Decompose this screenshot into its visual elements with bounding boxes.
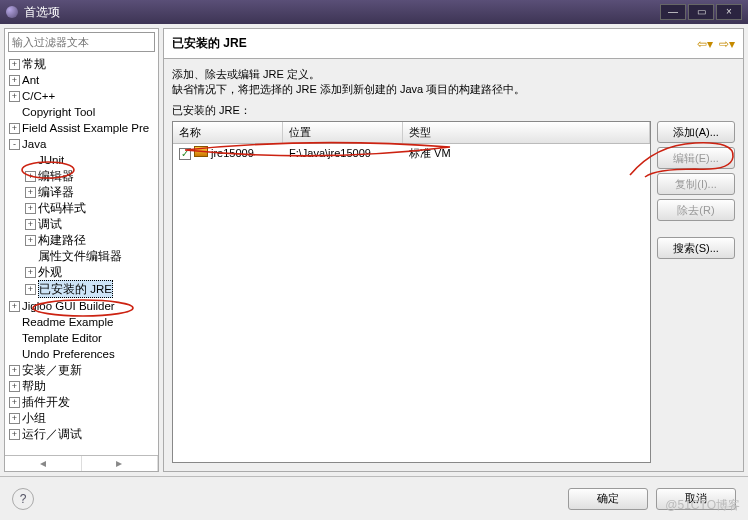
tree-item[interactable]: 属性文件编辑器 [5, 248, 158, 264]
tree-item-label: 安装／更新 [22, 362, 82, 378]
expand-icon[interactable]: + [9, 381, 20, 392]
page-title: 已安装的 JRE [172, 35, 247, 52]
tree-item[interactable]: +帮助 [5, 378, 158, 394]
tree-item[interactable]: +已安装的 JRE [5, 280, 158, 298]
expand-icon[interactable]: + [25, 284, 36, 295]
tree-item-label: Field Assist Example Pre [22, 120, 149, 136]
tree-item-label: Java [22, 136, 46, 152]
tree-item-label: Copyright Tool [22, 104, 95, 120]
window-title: 首选项 [24, 4, 60, 21]
tree-item-label: 编辑器 [38, 168, 74, 184]
table-row[interactable]: ✓jre15009F:\Java\jre15009标准 VM [173, 144, 650, 162]
tree-item[interactable]: +代码样式 [5, 200, 158, 216]
search-button[interactable]: 搜索(S)... [657, 237, 735, 259]
page-header: 已安装的 JRE ⇦▾ ⇨▾ [163, 28, 744, 59]
tree-item-label: 常规 [22, 56, 46, 72]
tree-item[interactable]: -Java [5, 136, 158, 152]
nav-forward-icon[interactable]: ⇨▾ [719, 37, 735, 51]
expand-icon[interactable]: + [9, 397, 20, 408]
expand-icon[interactable]: + [9, 429, 20, 440]
expand-icon[interactable]: + [9, 413, 20, 424]
checkbox-icon[interactable]: ✓ [179, 148, 191, 160]
add-button[interactable]: 添加(A)... [657, 121, 735, 143]
ok-button[interactable]: 确定 [568, 488, 648, 510]
expand-icon[interactable]: + [9, 365, 20, 376]
preferences-tree[interactable]: +常规+Ant+C/C++Copyright Tool+Field Assist… [5, 55, 158, 455]
tree-item[interactable]: +Field Assist Example Pre [5, 120, 158, 136]
maximize-button[interactable]: ▭ [688, 4, 714, 20]
tree-item[interactable]: +插件开发 [5, 394, 158, 410]
tree-item[interactable]: +Ant [5, 72, 158, 88]
expand-icon[interactable]: + [9, 75, 20, 86]
app-icon [6, 6, 18, 18]
expand-icon[interactable]: + [25, 171, 36, 182]
page-description: 添加、除去或编辑 JRE 定义。 缺省情况下，将把选择的 JRE 添加到新创建的… [172, 67, 735, 97]
tree-item[interactable]: +常规 [5, 56, 158, 72]
filter-input[interactable] [8, 32, 155, 52]
tree-item-label: Jigloo GUI Builder [22, 298, 115, 314]
expand-icon[interactable]: + [25, 267, 36, 278]
preferences-tree-panel: +常规+Ant+C/C++Copyright Tool+Field Assist… [4, 28, 159, 472]
watermark: @51CTO博客 [665, 497, 740, 514]
tree-item-label: Template Editor [22, 330, 102, 346]
tree-item-label: 已安装的 JRE [38, 280, 113, 298]
expand-icon[interactable]: + [25, 203, 36, 214]
tree-item-label: 编译器 [38, 184, 74, 200]
expand-icon[interactable]: + [9, 91, 20, 102]
tree-item[interactable]: +编译器 [5, 184, 158, 200]
tree-item[interactable]: Template Editor [5, 330, 158, 346]
minimize-button[interactable]: — [660, 4, 686, 20]
table-label: 已安装的 JRE： [172, 103, 735, 118]
tree-item[interactable]: +构建路径 [5, 232, 158, 248]
tree-item-label: 运行／调试 [22, 426, 82, 442]
tree-item-label: Ant [22, 72, 39, 88]
tree-item-label: 代码样式 [38, 200, 86, 216]
tree-item[interactable]: Copyright Tool [5, 104, 158, 120]
tree-item[interactable]: JUnit [5, 152, 158, 168]
help-button[interactable]: ? [12, 488, 34, 510]
tree-item[interactable]: +编辑器 [5, 168, 158, 184]
tree-item[interactable]: Undo Preferences [5, 346, 158, 362]
tree-item-label: Readme Example [22, 314, 113, 330]
dialog-footer: ? 确定 取消 [0, 476, 748, 520]
expand-icon[interactable]: + [9, 59, 20, 70]
expand-icon[interactable]: + [9, 123, 20, 134]
tree-item-label: 构建路径 [38, 232, 86, 248]
tree-item-label: 调试 [38, 216, 62, 232]
tree-item-label: 属性文件编辑器 [38, 248, 122, 264]
tree-item-label: 插件开发 [22, 394, 70, 410]
remove-button[interactable]: 除去(R) [657, 199, 735, 221]
expand-icon[interactable]: + [25, 235, 36, 246]
tree-item[interactable]: +外观 [5, 264, 158, 280]
expand-icon[interactable]: + [25, 187, 36, 198]
tree-item-label: 小组 [22, 410, 46, 426]
tree-item[interactable]: +Jigloo GUI Builder [5, 298, 158, 314]
tree-item-label: JUnit [38, 152, 64, 168]
tree-scroll-arrows[interactable]: ◂▸ [5, 455, 158, 471]
jre-table[interactable]: 名称 位置 类型 ✓jre15009F:\Java\jre15009标准 VM [172, 121, 651, 463]
expand-icon[interactable]: + [25, 219, 36, 230]
nav-back-icon[interactable]: ⇦▾ [697, 37, 713, 51]
tree-item[interactable]: +运行／调试 [5, 426, 158, 442]
title-bar: 首选项 — ▭ × [0, 0, 748, 24]
expand-icon[interactable]: + [9, 301, 20, 312]
tree-item[interactable]: +C/C++ [5, 88, 158, 104]
tree-item[interactable]: +小组 [5, 410, 158, 426]
tree-item-label: 外观 [38, 264, 62, 280]
close-button[interactable]: × [716, 4, 742, 20]
copy-button[interactable]: 复制(I)... [657, 173, 735, 195]
jre-icon [194, 146, 208, 157]
tree-item[interactable]: Readme Example [5, 314, 158, 330]
tree-item-label: Undo Preferences [22, 346, 115, 362]
tree-item[interactable]: +安装／更新 [5, 362, 158, 378]
tree-item[interactable]: +调试 [5, 216, 158, 232]
expand-icon[interactable]: - [9, 139, 20, 150]
tree-item-label: C/C++ [22, 88, 55, 104]
tree-item-label: 帮助 [22, 378, 46, 394]
table-header: 名称 位置 类型 [173, 122, 650, 144]
edit-button[interactable]: 编辑(E)... [657, 147, 735, 169]
